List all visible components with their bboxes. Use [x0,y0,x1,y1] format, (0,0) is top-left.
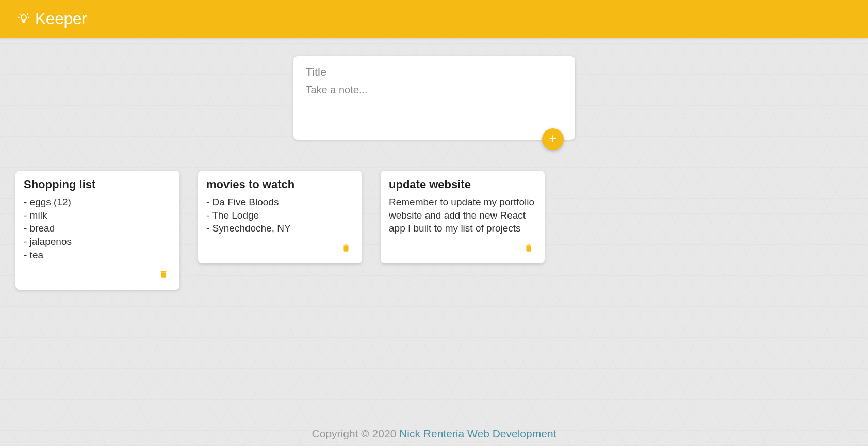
delete-note-button[interactable] [521,239,536,258]
create-note-form [293,56,575,140]
svg-point-0 [21,14,26,20]
note-content-input[interactable] [306,84,563,125]
note-title-input[interactable] [306,65,563,79]
trash-icon [524,247,533,255]
trash-icon [341,247,351,255]
notes-grid: Shopping list - eggs (12) - milk - bread… [0,150,868,300]
footer-link[interactable]: Nick Renteria Web Development [399,427,556,439]
add-note-button[interactable] [542,128,564,150]
plus-icon [547,133,559,146]
note-content: - Da Five Bloods - The Lodge - Synechdoc… [206,195,354,235]
svg-line-4 [20,13,21,14]
app-header: Keeper [0,0,868,38]
note-content: Remember to update my portfolio website … [389,195,536,235]
trash-icon [159,274,168,282]
note-content: - eggs (12) - milk - bread - jalapenos -… [24,195,171,261]
delete-note-button[interactable] [156,266,171,285]
note-card: movies to watch - Da Five Bloods - The L… [198,171,362,263]
note-title: Shopping list [24,178,171,191]
delete-note-button[interactable] [338,239,354,258]
svg-line-5 [27,13,28,14]
app-title: Keeper [35,9,87,28]
note-card: update website Remember to update my por… [381,171,545,263]
note-card: Shopping list - eggs (12) - milk - bread… [15,171,179,290]
copyright-text: Copyright © 2020 [312,427,400,439]
note-title: update website [389,178,536,191]
note-title: movies to watch [206,178,354,191]
logo: Keeper [17,9,851,28]
lightbulb-icon [17,11,31,27]
page-footer: Copyright © 2020 Nick Renteria Web Devel… [0,417,868,446]
